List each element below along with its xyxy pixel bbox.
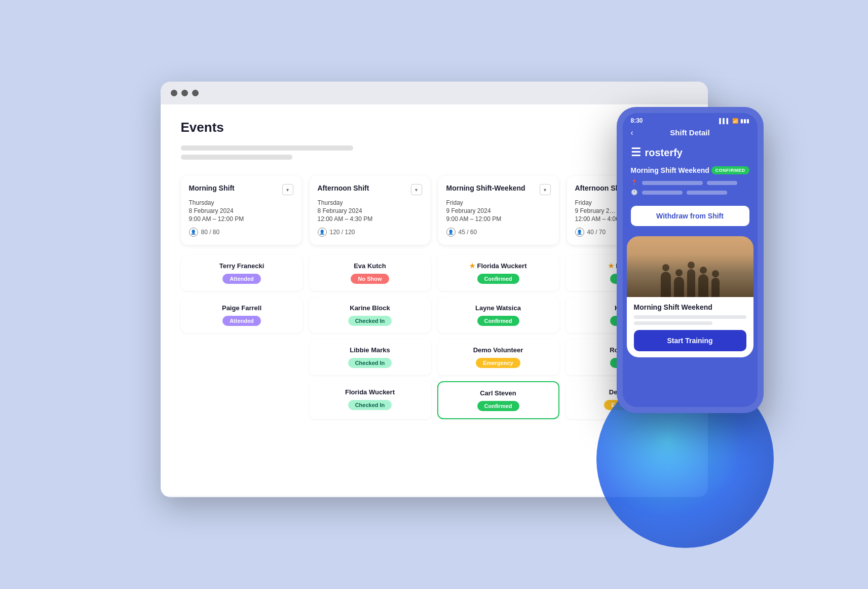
time-skeleton-1 — [642, 191, 683, 195]
card-shift-title: Morning Shift Weekend — [634, 303, 746, 311]
clock-icon: 🕐 — [631, 189, 638, 196]
vol-badge-13: Checked In — [348, 400, 392, 410]
volunteers-grid: Terry Franecki Attended Eva Kutch No Sho… — [181, 255, 688, 419]
vol-card-10: Demo Volunteer Emergency — [437, 339, 559, 375]
vol-name-6: Layne Watsica — [443, 304, 553, 312]
vol-name-10: Demo Volunteer — [443, 346, 553, 354]
vol-card-8 — [181, 339, 303, 375]
mobile-confirmed-badge: CONFIRMED — [711, 166, 749, 174]
shift-card-header-0: Morning Shift ▾ — [189, 184, 293, 195]
phone-shell: 8:30 ▌▌▌ 📶 ▮▮▮ ‹ Shift Detail ☰ rosterfy — [617, 107, 764, 413]
vol-name-4: Paige Farrell — [187, 304, 297, 312]
vol-badge-9: Checked In — [348, 358, 392, 368]
mobile-overlay: 8:30 ▌▌▌ 📶 ▮▮▮ ‹ Shift Detail ☰ rosterfy — [617, 107, 764, 413]
shift-time-0: 9:00 AM – 12:00 PM — [189, 215, 293, 223]
vol-badge-6: Confirmed — [477, 316, 519, 326]
person-3 — [687, 269, 695, 297]
shift-title-2: Morning Shift-Weekend — [446, 184, 525, 192]
location-row: 📍 — [631, 179, 749, 186]
shift-date-2: 9 February 2024 — [446, 207, 551, 214]
shift-title-0: Morning Shift — [189, 184, 235, 192]
page-title: Events — [181, 120, 688, 135]
star-icon-3: ★ — [608, 262, 614, 270]
card-image — [627, 236, 753, 297]
shift-date-1: 8 February 2024 — [318, 207, 422, 214]
capacity-text-0: 80 / 80 — [201, 229, 220, 236]
signal-icon: ▌▌▌ — [719, 118, 730, 124]
shift-day-2: Friday — [446, 199, 551, 206]
card-skeleton-2 — [634, 321, 712, 325]
time-skeleton-2 — [687, 191, 727, 195]
phone-time: 8:30 — [631, 117, 643, 124]
shift-card-header-2: Morning Shift-Weekend ▾ — [446, 184, 551, 195]
window-titlebar — [161, 82, 708, 104]
shift-capacity-1: 👤 120 / 120 — [318, 228, 422, 237]
shift-info-section: Morning Shift Weekend CONFIRMED 📍 🕐 — [623, 166, 758, 206]
capacity-icon-1: 👤 — [318, 228, 327, 237]
traffic-light-2 — [181, 90, 188, 96]
vol-card-13: Florida Wuckert Checked In — [309, 381, 431, 419]
person-1 — [661, 272, 671, 297]
vol-card-6: Layne Watsica Confirmed — [437, 297, 559, 333]
phone-bottom-card: Morning Shift Weekend Start Training — [627, 236, 753, 357]
capacity-icon-3: 👤 — [575, 228, 584, 237]
top-area: Se — [181, 145, 688, 164]
shift-card-header-1: Afternoon Shift ▾ — [318, 184, 422, 195]
vol-card-2: ★Florida Wuckert Confirmed — [437, 255, 559, 291]
shift-day-0: Thursday — [189, 199, 293, 206]
skeleton-bar-long — [181, 145, 353, 151]
status-icons: ▌▌▌ 📶 ▮▮▮ — [719, 118, 749, 124]
back-arrow-icon[interactable]: ‹ — [631, 128, 633, 137]
capacity-text-3: 40 / 70 — [587, 229, 606, 236]
capacity-text-1: 120 / 120 — [330, 229, 355, 236]
rosterfy-logo: ☰ rosterfy — [623, 142, 758, 166]
capacity-icon-2: 👤 — [446, 228, 456, 237]
rosterfy-icon: ☰ — [631, 146, 641, 159]
vol-badge-4: Attended — [222, 316, 261, 326]
skeleton-section — [181, 145, 661, 164]
card-content-inner: Morning Shift Weekend — [627, 297, 753, 325]
rosterfy-logo-text: rosterfy — [645, 147, 683, 159]
shift-dropdown-1[interactable]: ▾ — [411, 184, 422, 195]
scene: Events Se Morning Shift ▾ Thursday 8 Feb… — [145, 66, 723, 523]
vol-name-2: ★Florida Wuckert — [443, 262, 553, 270]
vol-name-13: Florida Wuckert — [315, 388, 425, 396]
shift-dropdown-2[interactable]: ▾ — [540, 184, 551, 195]
location-skeleton-2 — [707, 181, 737, 185]
vol-card-1: Eva Kutch No Show — [309, 255, 431, 291]
vol-card-0: Terry Franecki Attended — [181, 255, 303, 291]
person-2 — [674, 277, 684, 297]
vol-card-12 — [181, 381, 303, 419]
battery-icon: ▮▮▮ — [740, 118, 749, 124]
shift-card-2: Morning Shift-Weekend ▾ Friday 9 Februar… — [438, 176, 559, 245]
shift-card-0: Morning Shift ▾ Thursday 8 February 2024… — [181, 176, 301, 245]
wifi-icon: 📶 — [732, 118, 738, 124]
start-training-button[interactable]: Start Training — [634, 330, 746, 351]
person-4 — [698, 274, 708, 297]
vol-card-9: Libbie Marks Checked In — [309, 339, 431, 375]
vol-badge-14: Confirmed — [477, 401, 519, 411]
vol-card-5: Karine Block Checked In — [309, 297, 431, 333]
location-skeleton-1 — [642, 181, 703, 185]
phone-header-title: Shift Detail — [670, 128, 709, 137]
person-5 — [711, 278, 720, 297]
shift-name-row: Morning Shift Weekend CONFIRMED — [631, 166, 749, 174]
shift-day-1: Thursday — [318, 199, 422, 206]
shift-card-1: Afternoon Shift ▾ Thursday 8 February 20… — [310, 176, 430, 245]
vol-badge-5: Checked In — [348, 316, 392, 326]
shift-dropdown-0[interactable]: ▾ — [282, 184, 293, 195]
vol-badge-10: Emergency — [476, 358, 520, 368]
shift-time-1: 12:00 AM – 4:30 PM — [318, 215, 422, 223]
withdraw-section: Withdraw from Shift — [623, 206, 758, 232]
shift-name-phone: Morning Shift Weekend — [631, 166, 709, 174]
star-icon-2: ★ — [469, 262, 475, 270]
phone-status-bar: 8:30 ▌▌▌ 📶 ▮▮▮ — [623, 113, 758, 126]
shifts-grid: Morning Shift ▾ Thursday 8 February 2024… — [181, 176, 688, 245]
vol-name-14: Carl Steven — [444, 389, 552, 397]
shift-date-0: 8 February 2024 — [189, 207, 293, 214]
vol-card-14: Carl Steven Confirmed — [437, 381, 559, 419]
vol-badge-0: Attended — [222, 274, 261, 284]
withdraw-button[interactable]: Withdraw from Shift — [631, 206, 749, 226]
shift-time-2: 9:00 AM – 12:00 PM — [446, 215, 551, 223]
shift-capacity-0: 👤 80 / 80 — [189, 228, 293, 237]
